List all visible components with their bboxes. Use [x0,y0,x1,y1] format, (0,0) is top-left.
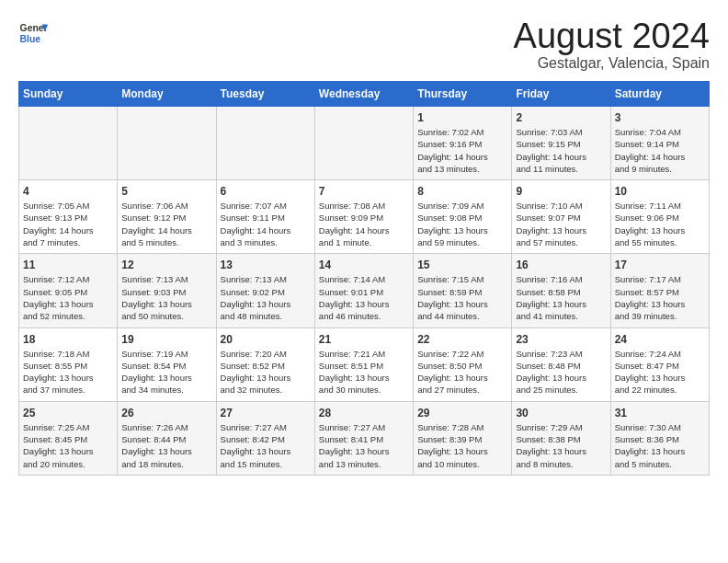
calendar-cell: 21Sunrise: 7:21 AM Sunset: 8:51 PM Dayli… [314,327,413,401]
day-number: 27 [221,407,311,419]
day-info: Sunrise: 7:27 AM Sunset: 8:41 PM Dayligh… [319,421,409,470]
calendar-cell: 18Sunrise: 7:18 AM Sunset: 8:55 PM Dayli… [19,327,118,401]
day-number: 21 [319,333,409,346]
calendar-cell: 2Sunrise: 7:03 AM Sunset: 9:15 PM Daylig… [512,107,610,180]
day-info: Sunrise: 7:20 AM Sunset: 8:52 PM Dayligh… [221,348,311,396]
day-number: 3 [615,111,705,124]
calendar-cell: 22Sunrise: 7:22 AM Sunset: 8:50 PM Dayli… [414,327,512,401]
day-info: Sunrise: 7:21 AM Sunset: 8:51 PM Dayligh… [319,348,409,396]
logo: General Blue [18,18,48,48]
calendar-cell: 14Sunrise: 7:14 AM Sunset: 9:01 PM Dayli… [314,254,413,327]
day-info: Sunrise: 7:30 AM Sunset: 8:36 PM Dayligh… [615,421,705,470]
day-number: 28 [319,407,409,419]
day-number: 4 [23,185,113,198]
day-info: Sunrise: 7:25 AM Sunset: 8:45 PM Dayligh… [23,421,113,470]
calendar-body: 1Sunrise: 7:02 AM Sunset: 9:16 PM Daylig… [19,107,710,476]
day-info: Sunrise: 7:24 AM Sunset: 8:47 PM Dayligh… [615,348,705,396]
day-info: Sunrise: 7:06 AM Sunset: 9:12 PM Dayligh… [121,200,211,248]
calendar-cell: 16Sunrise: 7:16 AM Sunset: 8:58 PM Dayli… [512,254,610,327]
header-tuesday: Tuesday [216,82,314,107]
day-info: Sunrise: 7:29 AM Sunset: 8:38 PM Dayligh… [516,421,606,470]
day-number: 9 [516,185,606,198]
calendar-cell: 25Sunrise: 7:25 AM Sunset: 8:45 PM Dayli… [19,401,118,475]
day-info: Sunrise: 7:12 AM Sunset: 9:05 PM Dayligh… [23,273,113,322]
day-number: 17 [615,259,705,271]
header-monday: Monday [118,82,216,107]
day-info: Sunrise: 7:14 AM Sunset: 9:01 PM Dayligh… [319,273,409,322]
day-info: Sunrise: 7:09 AM Sunset: 9:08 PM Dayligh… [417,200,507,248]
calendar-cell: 10Sunrise: 7:11 AM Sunset: 9:06 PM Dayli… [610,180,709,254]
calendar-cell [118,107,216,180]
day-number: 23 [516,333,606,346]
day-info: Sunrise: 7:07 AM Sunset: 9:11 PM Dayligh… [221,200,311,248]
page-header: General Blue August 2024 Gestalgar, Vale… [18,18,710,72]
location: Gestalgar, Valencia, Spain [514,55,710,72]
calendar-cell: 23Sunrise: 7:23 AM Sunset: 8:48 PM Dayli… [512,327,610,401]
day-info: Sunrise: 7:13 AM Sunset: 9:02 PM Dayligh… [221,273,311,322]
calendar-cell: 4Sunrise: 7:05 AM Sunset: 9:13 PM Daylig… [19,180,118,254]
day-info: Sunrise: 7:19 AM Sunset: 8:54 PM Dayligh… [121,348,211,396]
calendar-cell: 5Sunrise: 7:06 AM Sunset: 9:12 PM Daylig… [118,180,216,254]
day-info: Sunrise: 7:04 AM Sunset: 9:14 PM Dayligh… [615,126,705,175]
calendar-cell: 29Sunrise: 7:28 AM Sunset: 8:39 PM Dayli… [414,401,512,475]
day-info: Sunrise: 7:26 AM Sunset: 8:44 PM Dayligh… [121,421,211,470]
day-info: Sunrise: 7:23 AM Sunset: 8:48 PM Dayligh… [516,348,606,396]
calendar-table: SundayMondayTuesdayWednesdayThursdayFrid… [18,81,710,476]
calendar-cell [19,107,118,180]
day-number: 7 [319,185,409,198]
day-info: Sunrise: 7:08 AM Sunset: 9:09 PM Dayligh… [319,200,409,248]
day-number: 29 [417,407,507,419]
calendar-cell: 31Sunrise: 7:30 AM Sunset: 8:36 PM Dayli… [610,401,709,475]
month-year: August 2024 [514,18,710,53]
calendar-cell [314,107,413,180]
day-number: 15 [417,259,507,271]
day-number: 10 [615,185,705,198]
day-number: 19 [121,333,211,346]
calendar-cell: 3Sunrise: 7:04 AM Sunset: 9:14 PM Daylig… [610,107,709,180]
calendar-cell: 8Sunrise: 7:09 AM Sunset: 9:08 PM Daylig… [414,180,512,254]
header-thursday: Thursday [414,82,512,107]
calendar-cell: 30Sunrise: 7:29 AM Sunset: 8:38 PM Dayli… [512,401,610,475]
day-info: Sunrise: 7:11 AM Sunset: 9:06 PM Dayligh… [615,200,705,248]
day-info: Sunrise: 7:16 AM Sunset: 8:58 PM Dayligh… [516,273,606,322]
calendar-cell: 1Sunrise: 7:02 AM Sunset: 9:16 PM Daylig… [414,107,512,180]
day-info: Sunrise: 7:02 AM Sunset: 9:16 PM Dayligh… [417,126,507,175]
calendar-week-3: 11Sunrise: 7:12 AM Sunset: 9:05 PM Dayli… [19,254,710,327]
day-number: 25 [23,407,113,419]
day-number: 13 [221,259,311,271]
day-number: 2 [516,111,606,124]
day-info: Sunrise: 7:10 AM Sunset: 9:07 PM Dayligh… [516,200,606,248]
day-info: Sunrise: 7:17 AM Sunset: 8:57 PM Dayligh… [615,273,705,322]
day-number: 22 [417,333,507,346]
calendar-cell: 9Sunrise: 7:10 AM Sunset: 9:07 PM Daylig… [512,180,610,254]
calendar-cell: 15Sunrise: 7:15 AM Sunset: 8:59 PM Dayli… [414,254,512,327]
logo-icon: General Blue [18,18,48,48]
day-number: 5 [121,185,211,198]
svg-text:Blue: Blue [20,34,41,44]
day-info: Sunrise: 7:05 AM Sunset: 9:13 PM Dayligh… [23,200,113,248]
day-number: 20 [221,333,311,346]
calendar-week-2: 4Sunrise: 7:05 AM Sunset: 9:13 PM Daylig… [19,180,710,254]
header-wednesday: Wednesday [314,82,413,107]
day-number: 11 [23,259,113,271]
calendar-cell: 11Sunrise: 7:12 AM Sunset: 9:05 PM Dayli… [19,254,118,327]
day-info: Sunrise: 7:18 AM Sunset: 8:55 PM Dayligh… [23,348,113,396]
day-number: 12 [121,259,211,271]
calendar-week-5: 25Sunrise: 7:25 AM Sunset: 8:45 PM Dayli… [19,401,710,475]
day-number: 8 [417,185,507,198]
day-number: 18 [23,333,113,346]
calendar-cell: 28Sunrise: 7:27 AM Sunset: 8:41 PM Dayli… [314,401,413,475]
calendar-header-row: SundayMondayTuesdayWednesdayThursdayFrid… [19,82,710,107]
day-number: 26 [121,407,211,419]
calendar-cell: 27Sunrise: 7:27 AM Sunset: 8:42 PM Dayli… [216,401,314,475]
calendar-cell: 6Sunrise: 7:07 AM Sunset: 9:11 PM Daylig… [216,180,314,254]
calendar-cell: 20Sunrise: 7:20 AM Sunset: 8:52 PM Dayli… [216,327,314,401]
calendar-cell: 7Sunrise: 7:08 AM Sunset: 9:09 PM Daylig… [314,180,413,254]
calendar-cell: 19Sunrise: 7:19 AM Sunset: 8:54 PM Dayli… [118,327,216,401]
header-saturday: Saturday [610,82,709,107]
calendar-cell [216,107,314,180]
day-info: Sunrise: 7:03 AM Sunset: 9:15 PM Dayligh… [516,126,606,175]
calendar-week-4: 18Sunrise: 7:18 AM Sunset: 8:55 PM Dayli… [19,327,710,401]
calendar-week-1: 1Sunrise: 7:02 AM Sunset: 9:16 PM Daylig… [19,107,710,180]
day-number: 24 [615,333,705,346]
